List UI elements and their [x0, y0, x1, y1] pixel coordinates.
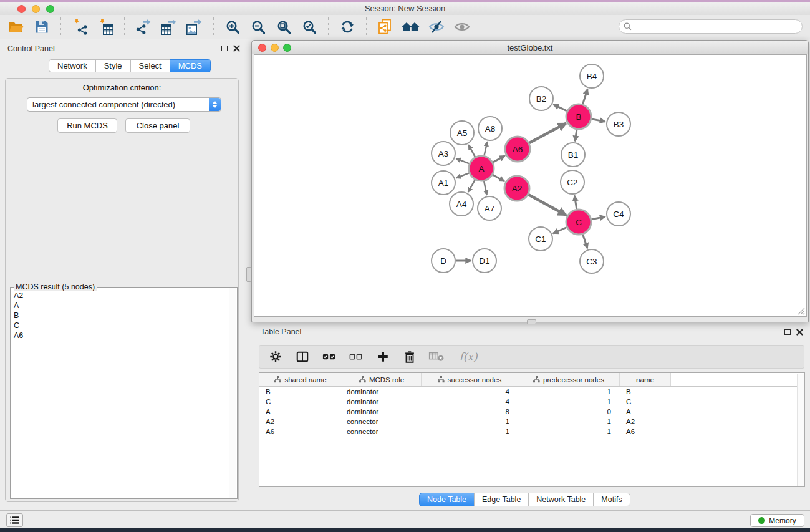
close-panel-icon[interactable] [796, 329, 803, 336]
tab-network-table[interactable]: Network Table [528, 493, 594, 506]
node-C4[interactable]: C4 [607, 202, 630, 226]
edge-A-A7[interactable] [484, 181, 486, 195]
table-row[interactable]: Adominator80A [259, 407, 797, 417]
node-A1[interactable]: A1 [432, 171, 455, 195]
deselect-all-button[interactable] [347, 348, 365, 365]
node-C3[interactable]: C3 [580, 249, 604, 273]
edge-B-B2[interactable] [554, 105, 567, 111]
table-row[interactable]: A2connector11A2 [259, 417, 797, 427]
edge-C-C4[interactable] [592, 216, 605, 219]
column-header-successor-nodes[interactable]: successor nodes [422, 373, 518, 386]
table-row[interactable]: A6connector11A6 [259, 427, 797, 437]
zoom-out-button[interactable] [248, 17, 268, 37]
result-scrollbar[interactable] [229, 288, 236, 498]
float-panel-icon[interactable] [221, 46, 228, 51]
export-table-button[interactable] [159, 17, 179, 37]
select-all-button[interactable] [321, 348, 338, 365]
run-mcds-button[interactable]: Run MCDS [57, 118, 117, 133]
tab-style[interactable]: Style [95, 59, 131, 72]
export-image-button[interactable] [185, 17, 205, 37]
zoom-in-button[interactable] [223, 17, 243, 37]
result-item-c[interactable]: C [12, 321, 228, 331]
resize-grip-icon[interactable] [797, 307, 805, 315]
edge-B-B1[interactable] [575, 130, 577, 141]
search-input[interactable] [632, 22, 802, 32]
open-session-button[interactable] [6, 17, 26, 37]
add-column-button[interactable] [374, 348, 392, 365]
node-B3[interactable]: B3 [607, 112, 630, 136]
edge-A-A3[interactable] [456, 158, 469, 163]
edge-A-A2[interactable] [493, 175, 504, 181]
edge-A-A6[interactable] [493, 156, 505, 162]
node-C1[interactable]: C1 [529, 227, 552, 251]
delete-column-button[interactable] [401, 348, 418, 365]
tab-edge-table[interactable]: Edge Table [474, 493, 529, 506]
horizontal-splitter-handle[interactable] [527, 319, 536, 324]
column-header-mcds-role[interactable]: MCDS role [342, 373, 422, 386]
new-network-from-selection-button[interactable] [375, 17, 395, 37]
node-A4[interactable]: A4 [450, 192, 473, 216]
edge-A2-C[interactable] [528, 195, 566, 215]
first-neighbors-button[interactable] [401, 17, 421, 37]
edge-C-C3[interactable] [583, 235, 587, 248]
node-A6[interactable]: A6 [505, 137, 530, 162]
hide-selected-button[interactable] [427, 17, 446, 37]
delete-table-button[interactable] [428, 348, 445, 365]
node-B4[interactable]: B4 [580, 64, 604, 88]
result-item-a[interactable]: A [12, 301, 228, 311]
close-panel-button[interactable]: Close panel [125, 118, 190, 133]
node-A2[interactable]: A2 [504, 176, 529, 201]
edge-C-C1[interactable] [553, 227, 567, 233]
table-options-button[interactable] [267, 348, 284, 365]
edge-A-A5[interactable] [469, 145, 475, 157]
save-session-button[interactable] [32, 17, 52, 37]
network-canvas[interactable]: B4B2BB3A5A8A6B1A3AA1C2A2A4A7C4CC1C3DD1 [254, 54, 807, 317]
edge-A-A1[interactable] [456, 173, 470, 178]
import-network-button[interactable] [70, 17, 90, 37]
node-B2[interactable]: B2 [529, 87, 553, 110]
table-row[interactable]: Bdominator41B [259, 387, 797, 397]
node-A8[interactable]: A8 [478, 117, 502, 140]
tab-network[interactable]: Network [49, 59, 96, 72]
split-panel-button[interactable] [294, 348, 311, 365]
show-all-button[interactable] [452, 17, 472, 37]
tab-node-table[interactable]: Node Table [419, 493, 475, 506]
memory-button[interactable]: Memory [750, 514, 804, 527]
zoom-fit-button[interactable] [274, 17, 294, 37]
column-header-name[interactable]: name [620, 373, 671, 386]
tab-motifs[interactable]: Motifs [593, 493, 630, 506]
node-A3[interactable]: A3 [432, 142, 455, 165]
node-C2[interactable]: C2 [561, 170, 584, 194]
vertical-splitter-handle[interactable] [246, 267, 251, 282]
table-scrollbar[interactable] [797, 374, 804, 486]
column-header-predecessor-nodes[interactable]: predecessor nodes [518, 373, 620, 386]
node-B1[interactable]: B1 [561, 143, 585, 167]
result-item-a2[interactable]: A2 [12, 291, 228, 301]
column-header-shared-name[interactable]: shared name [259, 373, 342, 386]
node-B[interactable]: B [566, 104, 591, 129]
export-network-button[interactable] [133, 17, 153, 37]
result-item-b[interactable]: B [12, 311, 228, 321]
import-table-button[interactable] [95, 17, 115, 37]
tab-select[interactable]: Select [130, 59, 170, 72]
result-item-a6[interactable]: A6 [12, 331, 228, 341]
node-D[interactable]: D [432, 249, 455, 273]
float-panel-icon[interactable] [784, 329, 791, 335]
close-panel-icon[interactable] [233, 45, 240, 52]
edge-C-C2[interactable] [574, 196, 576, 210]
edge-B-B3[interactable] [592, 119, 605, 122]
task-history-button[interactable] [6, 513, 23, 527]
table-row[interactable]: Cdominator41C [259, 397, 797, 407]
node-D1[interactable]: D1 [473, 249, 496, 273]
node-A[interactable]: A [469, 156, 494, 181]
tab-mcds[interactable]: MCDS [170, 59, 211, 72]
node-A5[interactable]: A5 [450, 121, 474, 145]
edge-A-A4[interactable] [468, 180, 475, 192]
function-builder-button[interactable]: f(x) [455, 348, 482, 365]
edge-B-B4[interactable] [582, 89, 587, 104]
node-C[interactable]: C [566, 210, 591, 235]
zoom-selected-button[interactable] [299, 17, 319, 37]
edge-A-A8[interactable] [484, 142, 487, 155]
edge-A6-B[interactable] [529, 123, 566, 143]
criterion-dropdown[interactable]: largest connected component (directed) [27, 97, 221, 112]
